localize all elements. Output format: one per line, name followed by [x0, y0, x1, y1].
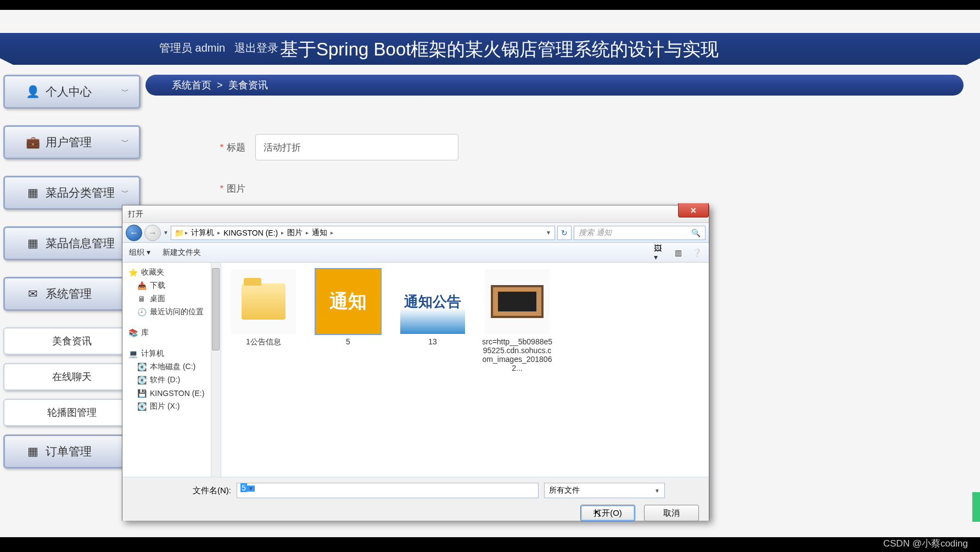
drive-icon: 💽	[137, 362, 147, 372]
side-fab[interactable]	[972, 492, 980, 522]
file-name: 5	[312, 337, 384, 346]
briefcase-icon: 💼	[27, 136, 39, 148]
dialog-titlebar[interactable]: 打开 ✕	[122, 205, 709, 223]
close-button[interactable]: ✕	[678, 203, 709, 218]
path-sep: ▸	[217, 230, 220, 236]
file-list[interactable]: 1公告信息 通知 5 通知公告 13 src=http__5b0988e5952…	[221, 263, 709, 477]
nav-label: 菜品信息管理	[46, 236, 115, 251]
tree-drive-d[interactable]: 💽软件 (D:)	[122, 373, 221, 387]
chevron-down-icon: ﹀	[121, 87, 129, 97]
new-folder-button[interactable]: 新建文件夹	[163, 248, 201, 258]
chevron-down-icon[interactable]: ▼	[247, 486, 255, 492]
nav-label: 在线聊天	[52, 370, 92, 383]
header-banner: 管理员 admin 退出登录 基于Spring Boot框架的某火锅店管理系统的…	[0, 33, 980, 65]
folder-tree: ⭐收藏夹 📥下载 🖥桌面 🕘最近访问的位置 📚库 💻计算机 💽本地磁盘 (C:)…	[122, 263, 221, 477]
nav-label: 订单管理	[46, 444, 92, 459]
path-seg[interactable]: 图片	[285, 228, 305, 238]
image-thumbnail: 通知公告	[400, 269, 465, 334]
tree-drive-c[interactable]: 💽本地磁盘 (C:)	[122, 360, 221, 373]
tree-library[interactable]: 📚库	[122, 326, 221, 339]
path-sep: ▸	[281, 230, 284, 236]
file-open-dialog: 打开 ✕ ← → ▼ 📁▸ 计算机▸ KINGSTON (E:)▸ 图片▸ 通知…	[122, 205, 709, 521]
tree-scrollbar[interactable]	[211, 263, 221, 477]
dialog-title: 打开	[128, 209, 143, 219]
file-name: 1公告信息	[228, 337, 299, 347]
nav-personal-center[interactable]: 👤个人中心﹀	[3, 75, 141, 109]
admin-label: 管理员 admin	[159, 42, 225, 54]
computer-icon: 💻	[128, 349, 138, 359]
sidebar: 👤个人中心﹀ 💼用户管理﹀ ▦菜品分类管理﹀ ▦菜品信息管理﹀ ✉系统管理﹀ 美…	[3, 75, 141, 485]
form-area: *标题 *图片	[145, 134, 964, 195]
tree-desktop[interactable]: 🖥桌面	[122, 292, 221, 305]
nav-dish-category[interactable]: ▦菜品分类管理﹀	[3, 176, 141, 210]
tree-drive-e[interactable]: 💾KINGSTON (E:)	[122, 387, 221, 400]
file-item-image[interactable]: 通知公告 13	[397, 269, 468, 346]
desktop-icon: 🖥	[137, 294, 147, 304]
breadcrumb-home[interactable]: 系统首页	[172, 79, 211, 92]
nav-label: 菜品分类管理	[46, 185, 115, 200]
open-button[interactable]: 打开(O)	[580, 505, 635, 521]
filename-label: 文件名(N):	[132, 486, 231, 496]
tree-label: 库	[141, 328, 149, 338]
nav-back-button[interactable]: ←	[126, 225, 142, 241]
nav-forward-button[interactable]: →	[144, 225, 161, 241]
nav-system-mgmt[interactable]: ✉系统管理﹀	[3, 277, 141, 311]
nav-order-mgmt[interactable]: ▦订单管理﹀	[3, 434, 141, 469]
recent-icon: 🕘	[137, 307, 147, 317]
tree-label: 下载	[150, 281, 165, 291]
folder-icon	[242, 283, 285, 320]
path-seg[interactable]: 通知	[310, 228, 329, 238]
label-text: 图片	[227, 183, 245, 194]
logout-link[interactable]: 退出登录	[234, 42, 278, 54]
grid-icon: ▦	[27, 187, 39, 199]
path-seg[interactable]: KINGSTON (E:)	[221, 228, 280, 237]
chevron-down-icon[interactable]: ▼	[163, 230, 169, 236]
file-item-image[interactable]: 通知 5	[312, 269, 384, 346]
tree-drive-x[interactable]: 💽图片 (X:)	[122, 400, 221, 413]
form-label-image: *图片	[145, 182, 255, 195]
tree-computer[interactable]: 💻计算机	[122, 347, 221, 360]
search-input[interactable]: 搜索 通知🔍	[574, 226, 705, 240]
tree-label: 计算机	[141, 349, 164, 359]
path-box[interactable]: 📁▸ 计算机▸ KINGSTON (E:)▸ 图片▸ 通知▸ ▼	[171, 226, 555, 240]
title-input[interactable]	[255, 134, 458, 160]
nav-sub-carousel[interactable]: 轮播图管理	[3, 399, 141, 426]
arrow-right-icon: →	[148, 228, 157, 238]
dialog-navbar: ← → ▼ 📁▸ 计算机▸ KINGSTON (E:)▸ 图片▸ 通知▸ ▼ ↻…	[122, 223, 709, 243]
filetype-value: 所有文件	[549, 486, 580, 495]
filename-input[interactable]: 5▼	[237, 483, 539, 498]
drive-icon: 💽	[137, 402, 147, 411]
view-menu[interactable]: 🖼 ▾	[654, 248, 665, 258]
form-label-title: *标题	[145, 141, 255, 154]
refresh-button[interactable]: ↻	[557, 226, 572, 240]
nav-dish-info[interactable]: ▦菜品信息管理﹀	[3, 226, 141, 260]
grid-icon: ▦	[27, 237, 39, 249]
tree-recent[interactable]: 🕘最近访问的位置	[122, 305, 221, 319]
folder-thumbnail	[231, 269, 296, 334]
nav-user-mgmt[interactable]: 💼用户管理﹀	[3, 125, 141, 159]
path-seg[interactable]: 计算机	[189, 228, 216, 238]
dialog-body: ⭐收藏夹 📥下载 🖥桌面 🕘最近访问的位置 📚库 💻计算机 💽本地磁盘 (C:)…	[122, 263, 709, 477]
usb-icon: 💾	[137, 388, 147, 398]
file-item-folder[interactable]: 1公告信息	[228, 269, 299, 347]
nav-label: 用户管理	[46, 135, 92, 150]
file-item-image[interactable]: src=http__5b0988e595225.cdn.sohucs.com_i…	[481, 269, 553, 372]
drive-icon: 💽	[137, 375, 147, 385]
tree-label: 桌面	[150, 294, 165, 304]
arrow-left-icon: ←	[130, 228, 138, 238]
preview-pane-button[interactable]: ▥	[673, 248, 684, 258]
nav-sub-online-chat[interactable]: 在线聊天	[3, 363, 141, 391]
form-row-title: *标题	[145, 134, 964, 160]
tree-label: 软件 (D:)	[150, 375, 180, 385]
nav-sub-food-news[interactable]: 美食资讯	[3, 327, 141, 355]
filetype-select[interactable]: 所有文件▼	[544, 483, 665, 498]
cancel-button[interactable]: 取消	[644, 505, 699, 521]
nav-label: 系统管理	[46, 286, 92, 302]
path-sep: ▸	[331, 230, 333, 236]
scrollbar-thumb[interactable]	[212, 268, 220, 350]
help-button[interactable]: ❔	[691, 248, 702, 258]
tree-favorites[interactable]: ⭐收藏夹	[122, 266, 221, 279]
chevron-down-icon[interactable]: ▼	[546, 230, 551, 236]
tree-downloads[interactable]: 📥下载	[122, 279, 221, 292]
organize-menu[interactable]: 组织 ▾	[129, 248, 150, 258]
